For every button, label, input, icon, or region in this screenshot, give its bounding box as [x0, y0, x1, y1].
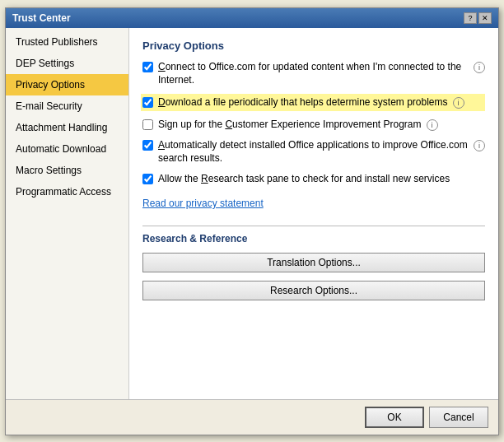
title-bar-buttons: ? ✕ — [464, 12, 492, 24]
checkbox-row-5: Allow the Research task pane to check fo… — [142, 172, 485, 186]
sidebar-item-attachment-handling[interactable]: Attachment Handling — [6, 117, 128, 138]
checkbox-row-3: Sign up for the Customer Experience Impr… — [142, 118, 485, 132]
title-bar: Trust Center ? ✕ — [6, 8, 498, 28]
dialog-title: Trust Center — [12, 12, 71, 24]
sidebar-item-automatic-download[interactable]: Automatic Download — [6, 138, 128, 160]
privacy-options-title: Privacy Options — [142, 40, 485, 52]
privacy-statement-link[interactable]: Read our privacy statement — [142, 198, 264, 209]
info-icon-3[interactable]: i — [427, 119, 438, 131]
section-divider — [142, 226, 485, 226]
checkbox-row-2: Download a file periodically that helps … — [141, 94, 485, 111]
sidebar-item-trusted-publishers[interactable]: Trusted Publishers — [6, 31, 128, 53]
reference-section-title: Research & Reference — [142, 233, 485, 244]
button-row: Translation Options... Research Options.… — [142, 253, 485, 305]
ok-button[interactable]: OK — [365, 407, 424, 428]
dialog-content: Trusted Publishers DEP Settings Privacy … — [6, 28, 498, 399]
info-icon-1[interactable]: i — [474, 62, 485, 73]
dialog-footer: OK Cancel — [6, 399, 498, 435]
checkbox-office-connect[interactable] — [142, 62, 153, 72]
cancel-button[interactable]: Cancel — [429, 407, 488, 428]
checkbox-customer-experience[interactable] — [142, 119, 153, 130]
sidebar-item-dep-settings[interactable]: DEP Settings — [6, 53, 128, 74]
checkbox-label-3: Sign up for the Customer Experience Impr… — [158, 118, 422, 132]
research-options-button[interactable]: Research Options... — [142, 281, 485, 300]
sidebar-item-email-security[interactable]: E-mail Security — [6, 95, 128, 117]
checkbox-label-5: Allow the Research task pane to check fo… — [158, 172, 450, 186]
trust-center-dialog: Trust Center ? ✕ Trusted Publishers DEP … — [5, 7, 499, 435]
checkbox-row-1: Connect to Office.com for updated conten… — [142, 60, 485, 88]
sidebar: Trusted Publishers DEP Settings Privacy … — [6, 28, 129, 399]
sidebar-item-macro-settings[interactable]: Macro Settings — [6, 160, 128, 181]
checkbox-download-file[interactable] — [142, 97, 153, 108]
info-icon-2[interactable]: i — [453, 97, 464, 109]
checkbox-auto-detect[interactable] — [142, 140, 153, 151]
checkbox-label-2: Download a file periodically that helps … — [158, 95, 448, 109]
main-panel: Privacy Options Connect to Office.com fo… — [129, 28, 498, 399]
checkbox-row-4: Automatically detect installed Office ap… — [142, 138, 485, 166]
checkbox-research-pane[interactable] — [142, 174, 153, 184]
checkbox-label-4: Automatically detect installed Office ap… — [158, 138, 469, 166]
checkbox-label-1: Connect to Office.com for updated conten… — [158, 60, 469, 88]
info-icon-4[interactable]: i — [474, 140, 485, 151]
sidebar-item-programmatic-access[interactable]: Programmatic Access — [6, 181, 128, 202]
translation-options-button[interactable]: Translation Options... — [142, 253, 485, 272]
help-button[interactable]: ? — [464, 12, 477, 24]
close-button[interactable]: ✕ — [478, 12, 492, 24]
sidebar-item-privacy-options[interactable]: Privacy Options — [6, 74, 128, 95]
